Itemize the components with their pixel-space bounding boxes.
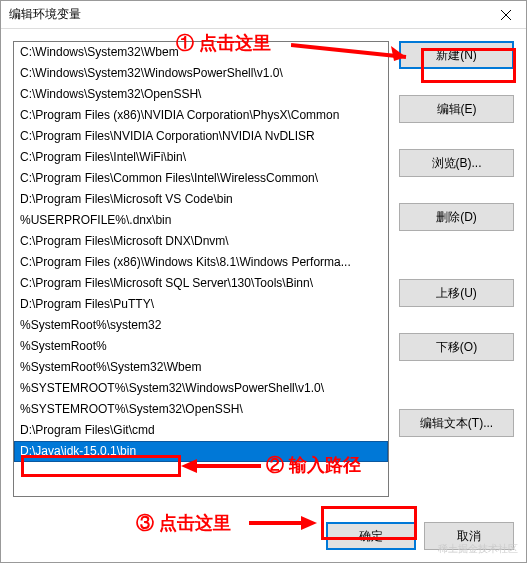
path-list-item[interactable]: %SystemRoot% xyxy=(14,336,388,357)
arrow-step3 xyxy=(249,513,319,533)
close-button[interactable] xyxy=(486,1,526,29)
path-list-item[interactable]: D:\Program Files\Microsoft VS Code\bin xyxy=(14,189,388,210)
svg-marker-7 xyxy=(301,516,317,530)
path-list-item[interactable]: %SYSTEMROOT%\System32\OpenSSH\ xyxy=(14,399,388,420)
delete-button[interactable]: 删除(D) xyxy=(399,203,514,231)
annotation-step3: ③ 点击这里 xyxy=(136,511,231,535)
path-list-item[interactable]: C:\Program Files\Common Files\Intel\Wire… xyxy=(14,168,388,189)
path-list-item[interactable]: C:\Program Files (x86)\Windows Kits\8.1\… xyxy=(14,252,388,273)
path-list-item[interactable]: C:\Program Files\NVIDIA Corporation\NVID… xyxy=(14,126,388,147)
side-button-column: 新建(N) 编辑(E) 浏览(B)... 删除(D) 上移(U) 下移(O) 编… xyxy=(399,41,514,497)
footer-buttons: 确定 取消 xyxy=(326,522,514,550)
env-var-dialog: 编辑环境变量 C:\Windows\System32\WbemC:\Window… xyxy=(0,0,527,563)
titlebar: 编辑环境变量 xyxy=(1,1,526,29)
edittext-button[interactable]: 编辑文本(T)... xyxy=(399,409,514,437)
path-list-item[interactable]: C:\Program Files\Intel\WiFi\bin\ xyxy=(14,147,388,168)
path-listbox[interactable]: C:\Windows\System32\WbemC:\Windows\Syste… xyxy=(13,41,389,497)
ok-button[interactable]: 确定 xyxy=(326,522,416,550)
dialog-body: C:\Windows\System32\WbemC:\Windows\Syste… xyxy=(1,29,526,509)
edit-button[interactable]: 编辑(E) xyxy=(399,95,514,123)
window-title: 编辑环境变量 xyxy=(9,6,81,23)
browse-button[interactable]: 浏览(B)... xyxy=(399,149,514,177)
path-list-item[interactable]: C:\Program Files\Microsoft DNX\Dnvm\ xyxy=(14,231,388,252)
movedown-button[interactable]: 下移(O) xyxy=(399,333,514,361)
path-list-item[interactable]: D:\Program Files\PuTTY\ xyxy=(14,294,388,315)
path-list-item[interactable]: %SYSTEMROOT%\System32\WindowsPowerShell\… xyxy=(14,378,388,399)
new-button[interactable]: 新建(N) xyxy=(399,41,514,69)
path-list-item[interactable]: C:\Program Files (x86)\NVIDIA Corporatio… xyxy=(14,105,388,126)
path-list-item[interactable]: D:\Program Files\Git\cmd xyxy=(14,420,388,441)
path-list-item[interactable]: C:\Program Files\Microsoft SQL Server\13… xyxy=(14,273,388,294)
path-list-item[interactable]: C:\Windows\System32\Wbem xyxy=(14,42,388,63)
path-list-item[interactable]: C:\Windows\System32\OpenSSH\ xyxy=(14,84,388,105)
moveup-button[interactable]: 上移(U) xyxy=(399,279,514,307)
path-list-item[interactable]: %SystemRoot%\system32 xyxy=(14,315,388,336)
path-list-item[interactable]: %SystemRoot%\System32\Wbem xyxy=(14,357,388,378)
path-list-item[interactable]: D:\Java\jdk-15.0.1\bin xyxy=(14,441,388,462)
path-list-item[interactable]: C:\Windows\System32\WindowsPowerShell\v1… xyxy=(14,63,388,84)
path-list-item[interactable]: %USERPROFILE%\.dnx\bin xyxy=(14,210,388,231)
close-icon xyxy=(501,10,511,20)
cancel-button[interactable]: 取消 xyxy=(424,522,514,550)
